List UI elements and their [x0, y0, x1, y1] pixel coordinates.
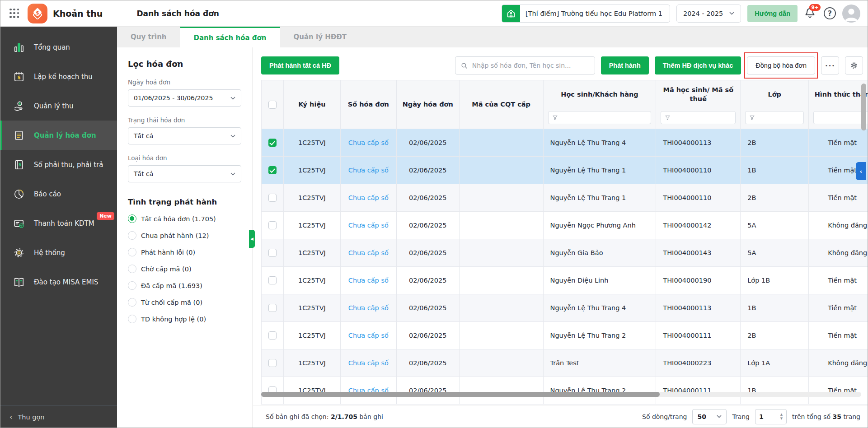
- radio-tu-choi-cap-ma[interactable]: Từ chối cấp mã (0): [128, 298, 241, 307]
- help-button[interactable]: ?: [824, 7, 836, 19]
- invoice-status-select[interactable]: Tất cả: [128, 127, 241, 144]
- cell-ma-cqt: [460, 322, 544, 349]
- page-number-input[interactable]: 1 ▲▼: [755, 409, 787, 424]
- cell-ma-hoc-sinh: THI004000111: [656, 322, 741, 349]
- column-ngay-hoa-don: Ngày hóa đơn: [397, 80, 460, 129]
- row-checkbox[interactable]: [268, 249, 277, 257]
- table-row[interactable]: 1C25TVJ Chưa cấp số 02/06/2025 Nguyễn Lệ…: [261, 294, 868, 322]
- sidebar-item-bao-cao[interactable]: Báo cáo: [0, 179, 117, 209]
- table-row[interactable]: 1C25TVJ Chưa cấp số 02/06/2025 Nguyễn Ng…: [261, 212, 868, 239]
- table-row[interactable]: 1C25TVJ Chưa cấp số 02/06/2025 Nguyễn Lệ…: [261, 157, 868, 184]
- select-all-column: [262, 80, 284, 129]
- cell-ky-hieu: 1C25TVJ: [284, 129, 341, 157]
- horizontal-scrollbar[interactable]: [261, 392, 861, 397]
- filter-lop-input[interactable]: [745, 111, 804, 124]
- tab-quy-trinh[interactable]: Quy trình: [117, 27, 180, 47]
- table-header-row: Ký hiệu Số hóa đơn Ngày hóa đơn Mã của C…: [261, 80, 868, 129]
- radio-chua-phat-hanh[interactable]: Chưa phát hành (12): [128, 231, 241, 240]
- invoice-number-link[interactable]: Chưa cấp số: [348, 277, 389, 284]
- issue-button[interactable]: Phát hành: [601, 56, 649, 74]
- guide-button[interactable]: Hướng dẫn: [747, 5, 798, 22]
- radio-label: Phát hành lỗi (0): [141, 249, 195, 256]
- table-row[interactable]: 1C25TVJ Chưa cấp số 02/06/2025 Nguyễn Gi…: [261, 239, 868, 267]
- school-house-icon: [502, 5, 520, 23]
- issue-all-invoices-button[interactable]: Phát hành tất cả HĐ: [261, 56, 339, 74]
- sidebar-item-dao-tao[interactable]: Đào tạo MISA EMIS: [0, 267, 117, 297]
- table-row[interactable]: 1C25TVJ Chưa cấp số 02/06/2025 Trần Test…: [261, 349, 868, 377]
- radio-tat-ca-hoa-don[interactable]: Tất cả hóa đơn (1.705): [128, 214, 241, 223]
- table-row[interactable]: 1C25TVJ Chưa cấp số 02/06/2025 Nguyễn Di…: [261, 267, 868, 294]
- invoice-number-link[interactable]: Chưa cấp số: [348, 194, 389, 201]
- row-checkbox[interactable]: [268, 331, 277, 340]
- app-window: $ Khoản thu Danh sách hóa đơn [Thí điểm]…: [0, 0, 868, 428]
- vertical-scrollbar-thumb[interactable]: [861, 84, 866, 130]
- invoice-number-link[interactable]: Chưa cấp số: [348, 167, 389, 174]
- sidebar-item-he-thong[interactable]: Hệ thống: [0, 238, 117, 267]
- school-selector[interactable]: [Thí điểm] Trường tiểu học Edu Platform …: [502, 5, 670, 23]
- filter-hinh-thuc-input[interactable]: [813, 111, 868, 124]
- cell-ky-hieu: 1C25TVJ: [284, 349, 341, 377]
- rows-per-page-select[interactable]: 50: [692, 409, 727, 424]
- spinner-arrows-icon[interactable]: ▲▼: [780, 413, 783, 420]
- app-launcher-icon[interactable]: [9, 9, 19, 19]
- column-ma-cqt: Mã của CQT cấp: [460, 80, 544, 129]
- table-row[interactable]: 1C25TVJ Chưa cấp số 02/06/2025 Nguyễn Lệ…: [261, 322, 868, 349]
- sidebar-collapse-button[interactable]: ‹ Thu gọn: [0, 405, 117, 428]
- tab-danh-sach-hoa-don[interactable]: Danh sách hóa đơn: [180, 27, 280, 47]
- invoice-number-link[interactable]: Chưa cấp số: [348, 359, 389, 367]
- radio-da-cap-ma[interactable]: Đã cấp mã (1.693): [128, 281, 241, 290]
- invoice-number-link[interactable]: Chưa cấp số: [348, 222, 389, 229]
- khoan-thu-app-icon[interactable]: $: [28, 4, 47, 23]
- sidebar-item-so-phai-thu[interactable]: $ Sổ phải thu, phải trả: [0, 150, 117, 179]
- invoice-number-link[interactable]: Chưa cấp số: [348, 249, 389, 256]
- row-checkbox[interactable]: [268, 139, 277, 147]
- invoice-type-select[interactable]: Tất cả: [128, 165, 241, 182]
- sidebar-item-lap-ke-hoach-thu[interactable]: $ Lập kế hoạch thu: [0, 62, 117, 91]
- invoice-number-link[interactable]: Chưa cấp số: [348, 332, 389, 339]
- table-row[interactable]: 1C25TVJ Chưa cấp số 02/06/2025 Nguyễn Lệ…: [261, 129, 868, 157]
- cell-ngay: 02/06/2025: [397, 239, 460, 267]
- total-pages-prefix: trên tổng số: [792, 413, 830, 420]
- selected-count-value: 2/1.705: [331, 413, 357, 420]
- notifications-button[interactable]: 9+: [804, 7, 817, 20]
- invoice-date-range-picker[interactable]: 01/06/2025 - 30/06/2025: [128, 89, 241, 107]
- sync-invoices-button[interactable]: Đồng bộ hóa đơn: [747, 56, 815, 74]
- row-checkbox[interactable]: [268, 166, 277, 174]
- more-actions-button[interactable]: •••: [821, 56, 839, 74]
- cell-hoc-sinh: Nguyễn Lệ Thu Trang 2: [544, 322, 657, 349]
- select-all-checkbox[interactable]: [268, 101, 277, 109]
- horizontal-scrollbar-thumb[interactable]: [261, 392, 660, 397]
- filter-hoc-sinh-input[interactable]: [548, 111, 652, 124]
- cell-ngay: 02/06/2025: [397, 184, 460, 212]
- table-row[interactable]: 1C25TVJ Chưa cấp số 02/06/2025 Nguyễn Lệ…: [261, 377, 868, 405]
- sidebar-item-thanh-toan-kdtm[interactable]: Thanh toán KDTM New: [0, 209, 117, 238]
- row-checkbox[interactable]: [268, 221, 277, 229]
- selected-count-label: Số bản ghi đã chọn:: [266, 413, 328, 420]
- row-checkbox[interactable]: [268, 359, 277, 367]
- column-ky-hieu: Ký hiệu: [284, 80, 341, 129]
- sidebar-item-quan-ly-hoa-don[interactable]: Quản lý hóa đơn: [0, 121, 117, 150]
- search-input[interactable]: [472, 62, 590, 69]
- invoice-number-link[interactable]: Chưa cấp số: [348, 139, 389, 146]
- row-checkbox[interactable]: [268, 276, 277, 284]
- invoice-number-link[interactable]: Chưa cấp số: [348, 304, 389, 312]
- sidebar-item-quan-ly-thu[interactable]: $ Quản lý thu: [0, 91, 117, 121]
- school-year-selector[interactable]: 2024 - 2025: [676, 5, 741, 23]
- filter-ma-hoc-sinh-input[interactable]: [661, 111, 736, 124]
- sidebar-item-tong-quan[interactable]: Tổng quan: [0, 33, 117, 62]
- radio-cho-cap-ma[interactable]: Chờ cấp mã (0): [128, 265, 241, 273]
- radio-phat-hanh-loi[interactable]: Phát hành lỗi (0): [128, 248, 241, 256]
- table-settings-button[interactable]: [845, 56, 863, 74]
- tab-quan-ly-hddt[interactable]: Quản lý HĐĐT: [280, 27, 361, 47]
- user-avatar[interactable]: [842, 5, 860, 23]
- cell-ma-hoc-sinh: THI004000223: [656, 349, 741, 377]
- filter-panel-collapse-handle[interactable]: ◀: [249, 230, 255, 248]
- right-panel-expand-button[interactable]: ‹: [856, 162, 866, 180]
- add-other-service-invoice-button[interactable]: Thêm HĐ dịch vụ khác: [655, 56, 741, 74]
- radio-td-khong-hop-le[interactable]: TĐ không hợp lệ (0): [128, 315, 241, 323]
- row-checkbox[interactable]: [268, 194, 277, 202]
- cell-hoc-sinh: Nguyễn Lệ Thu Trang 2: [544, 377, 657, 405]
- row-checkbox[interactable]: [268, 304, 277, 312]
- radio-icon: [128, 248, 136, 256]
- table-row[interactable]: 1C25TVJ Chưa cấp số 02/06/2025 Nguyễn Lệ…: [261, 184, 868, 212]
